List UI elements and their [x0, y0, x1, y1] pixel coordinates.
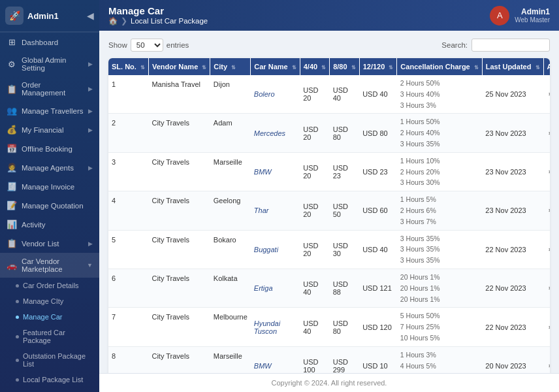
- col-car-name: Car Name ⇅: [251, 58, 300, 75]
- bullet-icon: [16, 335, 19, 338]
- sidebar-item-label: Offline Booking: [22, 145, 72, 153]
- sidebar-item-label: My Financial: [22, 126, 64, 134]
- bullet-icon: [16, 316, 19, 319]
- cell-4-40: USD 20: [300, 114, 329, 152]
- cell-vendor: City Travels: [148, 152, 210, 191]
- user-text: Admin1 Web Master: [515, 7, 550, 24]
- col-8-80: 8/80 ⇅: [330, 58, 359, 75]
- action-settings-button[interactable]: ⚙: [547, 165, 550, 178]
- sidebar-subitem-manage-car[interactable]: Manage Car: [0, 309, 99, 325]
- action-settings-button[interactable]: ⚙: [547, 282, 550, 295]
- cell-city: Marseille: [210, 346, 251, 373]
- cell-cancellation: 1 Hours 3% 4 Hours 5% 5 Hours 6%: [397, 346, 482, 373]
- sidebar-subitem-label: Local Package List: [23, 376, 83, 384]
- dashboard-icon: ⊞: [7, 37, 17, 47]
- cell-8-80: USD 88: [330, 269, 359, 307]
- sidebar-item-label: Manage Travellers: [22, 107, 84, 115]
- sidebar-subitem-local-package-list[interactable]: Local Package List: [0, 372, 99, 387]
- cell-4-40: USD 20: [300, 75, 329, 114]
- cell-4-40: USD 20: [300, 152, 329, 191]
- cell-12-120: USD 121: [359, 269, 397, 307]
- cell-4-40: USD 40: [300, 308, 329, 346]
- home-icon[interactable]: 🏠: [108, 16, 118, 25]
- cell-car: Hyundai Tuscon: [251, 308, 300, 346]
- cell-city: Adam: [210, 114, 251, 152]
- car-vendor-icon: 🚗: [7, 261, 17, 270]
- action-settings-button[interactable]: ⚙: [547, 127, 550, 140]
- cell-12-120: USD 40: [359, 75, 397, 114]
- bullet-icon: [16, 284, 19, 287]
- col-city: City ⇅: [210, 58, 251, 75]
- cell-sl: 3: [108, 152, 148, 191]
- cell-car: Bolero: [251, 75, 300, 114]
- table-header-row: SL. No. ⇅ Vendor Name ⇅ City ⇅ Car Name …: [108, 58, 550, 75]
- action-settings-button[interactable]: ⚙: [547, 204, 550, 217]
- sort-icon: ⇅: [292, 65, 296, 71]
- table-row: 1 Manisha Travel Dijon Bolero USD 20 USD…: [108, 75, 550, 114]
- search-input[interactable]: [471, 39, 550, 52]
- sidebar-item-manage-agents[interactable]: 🧑‍💼 Manage Agents ▶: [0, 158, 99, 177]
- show-entries-select[interactable]: 50 25 10 100: [131, 39, 163, 52]
- sidebar-item-global-admin[interactable]: ⚙ Global Admin Setting ▶: [0, 52, 99, 76]
- cell-action: ⚙ ℹ: [543, 75, 550, 114]
- sidebar-item-my-financial[interactable]: 💰 My Financial ▶: [0, 120, 99, 139]
- sidebar-subitem-featured-car-package[interactable]: Featured Car Package: [0, 325, 99, 348]
- cell-action: ⚙ ℹ: [543, 308, 550, 346]
- cell-sl: 8: [108, 346, 148, 373]
- col-12-120: 12/120 ⇅: [359, 58, 397, 75]
- sidebar-header: 🚀 Admin1 ◀: [0, 0, 99, 32]
- action-settings-button[interactable]: ⚙: [547, 359, 550, 372]
- sidebar-item-order-management[interactable]: 📋 Order Management ▶: [0, 76, 99, 101]
- breadcrumb: 🏠 ❯ Local List Car Package: [108, 16, 208, 25]
- sort-icon: ⇅: [321, 65, 326, 71]
- collapse-button[interactable]: ◀: [87, 10, 94, 21]
- sidebar-item-manage-invoice[interactable]: 🧾 Manage Invoice: [0, 177, 99, 196]
- sidebar-item-vendor-list[interactable]: 📋 Vendor List ▶: [0, 234, 99, 253]
- sidebar-item-label: Manage Quotation: [22, 202, 84, 210]
- sidebar-item-activity[interactable]: 📊 Activity: [0, 215, 99, 234]
- cell-last-updated: 22 Nov 2023: [482, 230, 543, 269]
- sort-icon: ⇅: [140, 65, 145, 71]
- cell-car: BMW: [251, 346, 300, 373]
- cell-cancellation: 1 Hours 50% 2 Hours 40% 3 Hours 35%: [397, 114, 482, 152]
- order-icon: 📋: [7, 84, 17, 94]
- cell-city: Melbourne: [210, 308, 251, 346]
- sidebar-subitem-outstation-package-list[interactable]: Outstation Package List: [0, 348, 99, 372]
- cell-cancellation: 5 Hours 50% 7 Hours 25% 10 Hours 5%: [397, 308, 482, 346]
- cell-cancellation: 20 Hours 1% 20 Hours 1% 20 Hours 1%: [397, 269, 482, 307]
- cell-4-40: USD 20: [300, 191, 329, 230]
- cell-vendor: Manisha Travel: [148, 75, 210, 114]
- cell-12-120: USD 10: [359, 346, 397, 373]
- sidebar-item-manage-quotation[interactable]: 📝 Manage Quotation: [0, 196, 99, 215]
- cell-cancellation: 3 Hours 35% 3 Hours 35% 3 Hours 35%: [397, 230, 482, 269]
- cell-8-80: USD 23: [330, 152, 359, 191]
- breadcrumb-separator: ❯: [121, 16, 127, 25]
- sidebar-subitem-car-order-details[interactable]: Car Order Details: [0, 278, 99, 293]
- bullet-icon: [16, 300, 19, 303]
- cell-4-40: USD 40: [300, 269, 329, 307]
- cell-sl: 6: [108, 269, 148, 307]
- action-settings-button[interactable]: ⚙: [547, 88, 550, 101]
- chevron-right-icon: ▶: [88, 61, 93, 67]
- cell-sl: 5: [108, 230, 148, 269]
- sidebar-item-dashboard[interactable]: ⊞ Dashboard: [0, 33, 99, 52]
- activity-icon: 📊: [7, 220, 17, 229]
- cell-8-80: USD 80: [330, 114, 359, 152]
- sidebar-item-offline-booking[interactable]: 📅 Offline Booking: [0, 139, 99, 158]
- sidebar-subitem-label: Featured Car Package: [23, 329, 93, 344]
- sort-icon: ⇅: [351, 65, 356, 71]
- sidebar-item-car-vendor[interactable]: 🚗 Car Vendor Marketplace ▼: [0, 253, 99, 278]
- cell-action: ⚙ ℹ: [543, 346, 550, 373]
- vendor-icon: 📋: [7, 238, 17, 248]
- col-4-40: 4/40 ⇅: [300, 58, 329, 75]
- table-row: 4 City Travels Geelong Thar USD 20 USD 5…: [108, 191, 550, 230]
- cell-8-80: USD 50: [330, 191, 359, 230]
- sidebar-subitem-manage-city[interactable]: Manage CIty: [0, 293, 99, 309]
- footer: Copyright © 2024. All right reserved.: [99, 373, 559, 392]
- cell-12-120: USD 40: [359, 230, 397, 269]
- action-settings-button[interactable]: ⚙: [547, 321, 550, 334]
- sidebar-subitem-label: Outstation Package List: [23, 352, 93, 368]
- sidebar-item-manage-travellers[interactable]: 👥 Manage Travellers ▶: [0, 101, 99, 120]
- action-settings-button[interactable]: ⚙: [547, 243, 550, 256]
- cell-action: ⚙ ℹ: [543, 152, 550, 191]
